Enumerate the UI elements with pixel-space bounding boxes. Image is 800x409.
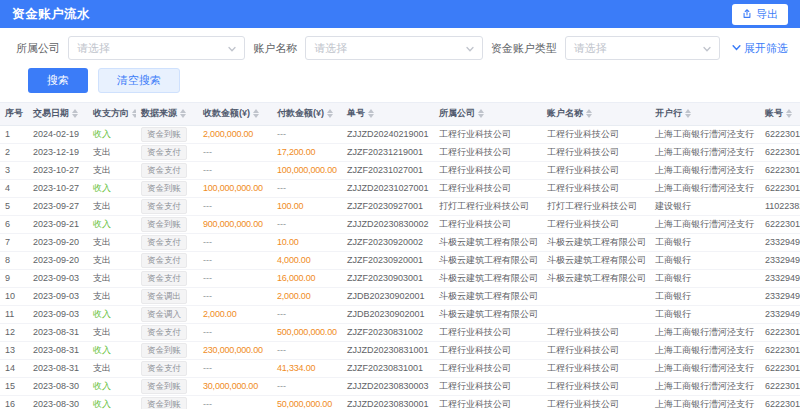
data-source-badge: 资金支付 xyxy=(141,199,187,214)
column-header-payment-amount[interactable]: 付款金额(¥) xyxy=(272,103,342,125)
sort-icon[interactable] xyxy=(253,109,259,118)
cell-account-no: 23329499 xyxy=(760,269,800,287)
column-header-order-no[interactable]: 单号 xyxy=(342,103,434,125)
table-body: 12024-02-19收入资金到账2,000,000.00---ZJJZD202… xyxy=(0,125,800,409)
column-header-direction[interactable]: 收支方向 xyxy=(88,103,136,125)
cell-company: 斗极云建筑工程有限公司 xyxy=(434,305,542,323)
sort-icon[interactable] xyxy=(132,109,136,118)
column-header-company[interactable]: 所属公司 xyxy=(434,103,542,125)
cell-data-source: 资金到账 xyxy=(136,395,198,409)
filter-field-account-name: 账户名称 请选择 xyxy=(253,36,482,60)
sort-icon[interactable] xyxy=(786,109,792,118)
cell-account-name: 工程行业科技公司 xyxy=(542,341,650,359)
data-source-badge: 资金支付 xyxy=(141,325,187,340)
cell-company: 工程行业科技公司 xyxy=(434,323,542,341)
cell-bank: 建设银行 xyxy=(650,197,760,215)
export-icon xyxy=(742,9,752,19)
account-name-select-placeholder: 请选择 xyxy=(314,41,347,56)
cell-order-no: ZJZF20230927001 xyxy=(342,197,434,215)
filter-field-company: 所属公司 请选择 xyxy=(16,36,245,60)
cell-index: 3 xyxy=(0,161,28,179)
cell-order-no: ZJJZD20231027001 xyxy=(342,179,434,197)
column-label: 账号 xyxy=(765,107,783,120)
search-button[interactable]: 搜索 xyxy=(28,68,88,93)
account-type-select[interactable]: 请选择 xyxy=(565,36,720,60)
cell-index: 16 xyxy=(0,395,28,409)
column-header-bank[interactable]: 开户行 xyxy=(650,103,760,125)
cell-index: 9 xyxy=(0,269,28,287)
cell-order-no: ZJJZD20240219001 xyxy=(342,125,434,143)
column-header-trade-date[interactable]: 交易日期 xyxy=(28,103,88,125)
cell-direction: 收入 xyxy=(88,305,136,323)
data-source-badge: 资金支付 xyxy=(141,271,187,286)
cell-data-source: 资金到账 xyxy=(136,215,198,233)
account-name-select[interactable]: 请选择 xyxy=(305,36,482,60)
cell-company: 打灯工程行业科技公司 xyxy=(434,197,542,215)
sort-icon[interactable] xyxy=(478,109,484,118)
export-button[interactable]: 导出 xyxy=(732,4,788,25)
cell-trade-date: 2023-08-31 xyxy=(28,359,88,377)
column-header-receipt-amount[interactable]: 收款金额(¥) xyxy=(198,103,272,125)
cell-index: 7 xyxy=(0,233,28,251)
cell-order-no: ZJZF20231219001 xyxy=(342,143,434,161)
cell-index: 11 xyxy=(0,305,28,323)
clear-search-button[interactable]: 清空搜索 xyxy=(98,68,180,93)
table-row: 162023-08-30收入资金到账---50,000,000.00ZJJZD2… xyxy=(0,395,800,409)
chevron-down-icon xyxy=(466,39,474,57)
filter-bar: 所属公司 请选择 账户名称 请选择 资金账户类型 请选择 xyxy=(0,28,800,65)
company-select[interactable]: 请选择 xyxy=(68,36,245,60)
cell-data-source: 资金支付 xyxy=(136,197,198,215)
sort-icon[interactable] xyxy=(327,109,333,118)
cell-order-no: ZJZF20230920001 xyxy=(342,251,434,269)
cell-receipt-amount: --- xyxy=(198,269,272,287)
cell-account-name: 工程行业科技公司 xyxy=(542,377,650,395)
cell-data-source: 资金到账 xyxy=(136,179,198,197)
data-source-badge: 资金支付 xyxy=(141,253,187,268)
sort-icon[interactable] xyxy=(180,109,186,118)
cell-receipt-amount: --- xyxy=(198,359,272,377)
column-header-account-name[interactable]: 账户名称 xyxy=(542,103,650,125)
cell-account-no: 62223011 xyxy=(760,377,800,395)
column-header-data-source[interactable]: 数据来源 xyxy=(136,103,198,125)
column-label: 单号 xyxy=(347,107,365,120)
cell-order-no: ZJZF20230903001 xyxy=(342,269,434,287)
table-row: 52023-09-27支出资金支付---100.00ZJZF2023092700… xyxy=(0,197,800,215)
cell-data-source: 资金支付 xyxy=(136,359,198,377)
cell-index: 5 xyxy=(0,197,28,215)
sort-icon[interactable] xyxy=(72,109,78,118)
sort-icon[interactable] xyxy=(685,109,691,118)
data-source-badge: 资金支付 xyxy=(141,361,187,376)
column-header-index: 序号 xyxy=(0,103,28,125)
cell-order-no: ZJZF20230831001 xyxy=(342,359,434,377)
sort-icon[interactable] xyxy=(368,109,374,118)
cell-bank: 工商银行 xyxy=(650,305,760,323)
cell-trade-date: 2023-08-30 xyxy=(28,377,88,395)
cell-trade-date: 2023-08-30 xyxy=(28,395,88,409)
cell-bank: 上海工商银行漕河泾支行 xyxy=(650,377,760,395)
cell-payment-amount: 17,200.00 xyxy=(272,143,342,161)
cell-account-no: 62223011 xyxy=(760,215,800,233)
cell-payment-amount: 10.00 xyxy=(272,233,342,251)
cell-payment-amount: --- xyxy=(272,125,342,143)
cell-account-no: 23329499 xyxy=(760,233,800,251)
cell-index: 6 xyxy=(0,215,28,233)
data-source-badge: 资金到账 xyxy=(141,397,187,409)
cell-direction: 支出 xyxy=(88,161,136,179)
cell-direction: 支出 xyxy=(88,359,136,377)
cell-receipt-amount: 2,000.00 xyxy=(198,305,272,323)
cell-index: 8 xyxy=(0,251,28,269)
cell-data-source: 资金到账 xyxy=(136,377,198,395)
cell-bank: 上海工商银行漕河泾支行 xyxy=(650,395,760,409)
cell-bank: 上海工商银行漕河泾支行 xyxy=(650,143,760,161)
sort-icon[interactable] xyxy=(586,109,592,118)
cell-account-name xyxy=(542,305,650,323)
table-row: 92023-09-03支出资金支付---16,000.00ZJZF2023090… xyxy=(0,269,800,287)
table-row: 132023-08-31收入资金到账230,000,000.00---ZJJZD… xyxy=(0,341,800,359)
table-header-row: 序号交易日期收支方向数据来源收款金额(¥)付款金额(¥)单号所属公司账户名称开户… xyxy=(0,103,800,125)
company-select-placeholder: 请选择 xyxy=(77,41,110,56)
table-row: 12024-02-19收入资金到账2,000,000.00---ZJJZD202… xyxy=(0,125,800,143)
cell-order-no: ZJJZD20230830003 xyxy=(342,377,434,395)
cell-company: 工程行业科技公司 xyxy=(434,215,542,233)
expand-filters-link[interactable]: 展开筛选 xyxy=(732,41,788,56)
column-header-account-no[interactable]: 账号 xyxy=(760,103,800,125)
